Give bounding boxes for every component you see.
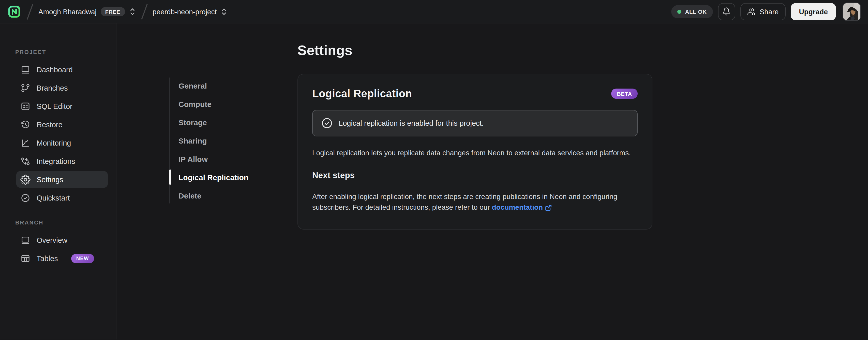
status-dot-icon (678, 9, 682, 13)
next-steps-text: After enabling logical replication, the … (312, 191, 638, 213)
dashboard-icon (20, 64, 31, 75)
replication-description: Logical replication lets you replicate d… (312, 148, 638, 158)
check-circle-icon (20, 193, 31, 203)
notifications-button[interactable] (718, 3, 735, 20)
terminal-icon (20, 101, 31, 111)
gear-icon (20, 174, 31, 185)
replication-enabled-alert: Logical replication is enabled for this … (312, 110, 638, 136)
overview-icon (20, 235, 31, 245)
sidebar-item-branches[interactable]: Branches (16, 79, 108, 96)
main-content: General Compute Storage Sharing IP Allow… (117, 23, 868, 339)
settings-subnav: General Compute Storage Sharing IP Allow… (169, 76, 298, 205)
settings-tab-sharing[interactable]: Sharing (179, 131, 298, 150)
breadcrumb-separator (27, 4, 33, 19)
settings-panel: Settings Logical Replication BETA Logica… (298, 43, 652, 230)
table-icon (20, 253, 31, 263)
sidebar-item-monitoring[interactable]: Monitoring (16, 134, 108, 151)
plan-badge: FREE (101, 7, 125, 16)
status-badge[interactable]: ALL OK (672, 5, 713, 18)
integrations-icon (20, 156, 31, 166)
org-name: Amogh Bharadwaj (38, 7, 97, 16)
sidebar-item-tables[interactable]: Tables NEW (16, 250, 108, 267)
status-label: ALL OK (685, 8, 707, 15)
breadcrumb-separator (141, 4, 147, 19)
breadcrumb-project[interactable]: peerdb-neon-project (153, 7, 227, 16)
sidebar-item-settings[interactable]: Settings (16, 171, 108, 188)
neon-logo[interactable] (7, 4, 21, 19)
neon-console: Amogh Bharadwaj FREE peerdb-neon-project… (0, 0, 868, 340)
sidebar-item-integrations[interactable]: Integrations (16, 153, 108, 169)
history-icon (20, 119, 31, 130)
project-name: peerdb-neon-project (153, 7, 217, 16)
settings-tab-general[interactable]: General (179, 76, 298, 95)
documentation-link[interactable]: documentation (492, 202, 552, 213)
card-title: Logical Replication (312, 88, 412, 100)
beta-badge: BETA (611, 89, 638, 99)
alert-text: Logical replication is enabled for this … (339, 119, 484, 127)
breadcrumb-org[interactable]: Amogh Bharadwaj FREE (38, 7, 135, 16)
chart-icon (20, 138, 31, 148)
check-circle-icon (321, 118, 333, 129)
settings-tab-compute[interactable]: Compute (179, 95, 298, 113)
page-title: Settings (298, 43, 652, 59)
bell-icon (722, 7, 731, 16)
settings-tab-delete[interactable]: Delete (179, 186, 298, 205)
share-label: Share (760, 7, 779, 16)
topbar: Amogh Bharadwaj FREE peerdb-neon-project… (0, 0, 868, 23)
users-icon (747, 7, 755, 16)
avatar[interactable] (843, 2, 861, 21)
sidebar-item-sql-editor[interactable]: SQL Editor (16, 98, 108, 115)
sidebar-item-quickstart[interactable]: Quickstart (16, 189, 108, 206)
sidebar-section-project: PROJECT (15, 49, 116, 55)
settings-tab-storage[interactable]: Storage (179, 113, 298, 131)
external-link-icon (545, 205, 552, 211)
sidebar-item-restore[interactable]: Restore (16, 116, 108, 133)
sidebar-item-dashboard[interactable]: Dashboard (16, 61, 108, 78)
chevron-updown-icon (129, 7, 135, 16)
logical-replication-card: Logical Replication BETA Logical replica… (298, 74, 652, 230)
sidebar-section-branch: BRANCH (15, 219, 116, 225)
settings-tab-ip-allow[interactable]: IP Allow (179, 150, 298, 168)
chevron-updown-icon (221, 7, 227, 16)
sidebar-item-overview[interactable]: Overview (16, 232, 108, 248)
new-badge: NEW (71, 254, 94, 263)
settings-tab-logical-replication[interactable]: Logical Replication (179, 168, 298, 186)
upgrade-button[interactable]: Upgrade (791, 3, 836, 20)
next-steps-title: Next steps (312, 171, 638, 180)
branch-icon (20, 83, 31, 93)
sidebar: PROJECT Dashboard Branches (0, 23, 117, 339)
share-button[interactable]: Share (740, 3, 786, 20)
